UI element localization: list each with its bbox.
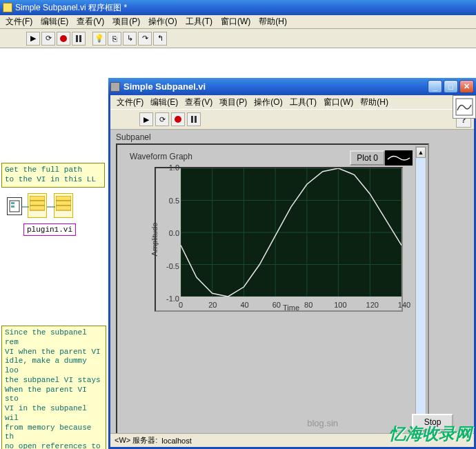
- inner-menu-operate[interactable]: 操作(O): [250, 95, 286, 110]
- fp-abort-button[interactable]: [171, 112, 185, 126]
- connector-pane-icon[interactable]: [453, 95, 476, 119]
- comment-subpanel-note: Since the subpanel rem VI when the paren…: [1, 326, 106, 449]
- inner-menu-edit[interactable]: 编辑(E): [147, 95, 181, 110]
- wire: [21, 199, 62, 215]
- inner-titlebar[interactable]: Simple Subpanel.vi _ □ ✕: [108, 78, 476, 95]
- minimize-button[interactable]: _: [428, 80, 442, 93]
- xtick: 100: [334, 301, 346, 309]
- step-into-button[interactable]: ↳: [123, 32, 137, 46]
- menu-operate[interactable]: 操作(O): [144, 14, 181, 29]
- menu-window[interactable]: 窗口(W): [217, 14, 255, 29]
- xtick: 0: [179, 301, 183, 309]
- window-buttons: _ □ ✕: [428, 80, 474, 93]
- inner-menu-window[interactable]: 窗口(W): [320, 95, 357, 110]
- pause-button[interactable]: [72, 32, 86, 46]
- ytick: -1.0: [157, 295, 179, 303]
- inner-menu-project[interactable]: 项目(P): [216, 95, 250, 110]
- inner-toolbar: ▶ ⟳ ?: [110, 109, 474, 130]
- scroll-up-icon[interactable]: ▲: [416, 147, 426, 158]
- inner-menu-help[interactable]: 帮助(H): [357, 95, 392, 110]
- run-cont-button[interactable]: ⟳: [41, 32, 55, 46]
- front-panel-content: Subpanel Waveform Graph Plot 0 Amplitude: [110, 130, 474, 447]
- step-over-button[interactable]: ↷: [138, 32, 152, 46]
- svg-rect-2: [11, 206, 14, 208]
- comment-get-path: Get the full path to the VI in this LL: [1, 163, 105, 188]
- subpanel-control[interactable]: Waveform Graph Plot 0 Amplitude Time -1.…: [116, 143, 429, 447]
- inner-menu-file[interactable]: 文件(F): [113, 95, 147, 110]
- outer-menubar: 文件(F) 编辑(E) 查看(V) 项目(P) 操作(O) 工具(T) 窗口(W…: [0, 15, 476, 29]
- waveform-graph[interactable]: Waveform Graph Plot 0 Amplitude Time -1.…: [130, 152, 413, 338]
- xtick: 80: [304, 301, 313, 309]
- fp-pause-button[interactable]: [187, 112, 201, 126]
- xtick: 140: [398, 301, 410, 309]
- plot-legend[interactable]: Plot 0: [350, 150, 413, 166]
- status-prefix: <W> 服务器:: [115, 435, 157, 446]
- inner-menu-tools[interactable]: 工具(T): [286, 95, 320, 110]
- labview-icon: [3, 3, 12, 12]
- ytick: 0.0: [157, 229, 179, 237]
- legend-sample-icon: [385, 150, 413, 166]
- status-server: localhost: [161, 437, 191, 445]
- fp-run-cont-button[interactable]: ⟳: [155, 112, 169, 126]
- subpanel-label: Subpanel: [116, 132, 151, 142]
- ytick: 0.5: [157, 197, 179, 205]
- legend-label: Plot 0: [350, 150, 385, 166]
- outer-title: Simple Subpanel.vi 程序框图 *: [15, 2, 127, 14]
- plot-container: Amplitude Time -1.0-0.50.00.51.002040608…: [155, 167, 403, 312]
- labview-fp-icon: [110, 82, 120, 92]
- outer-titlebar: Simple Subpanel.vi 程序框图 *: [0, 0, 476, 15]
- menu-view[interactable]: 查看(V): [72, 14, 108, 29]
- menu-tools[interactable]: 工具(T): [181, 14, 217, 29]
- vscroll-track[interactable]: [416, 158, 426, 420]
- fp-run-button[interactable]: ▶: [139, 112, 153, 126]
- watermark-url: blog.sin: [307, 418, 338, 428]
- inner-menu-view[interactable]: 查看(V): [181, 95, 216, 110]
- plot-svg: [181, 168, 401, 297]
- plugin-label: plugin1.vi: [23, 223, 76, 236]
- maximize-button[interactable]: □: [444, 80, 458, 93]
- ytick: 1.0: [157, 163, 179, 172]
- x-axis-label: Time: [283, 303, 299, 312]
- y-axis-label: Amplitude: [150, 223, 159, 257]
- step-out-button[interactable]: ↰: [153, 32, 167, 46]
- menu-file[interactable]: 文件(F): [1, 14, 37, 29]
- ytick: -0.5: [157, 262, 179, 270]
- close-button[interactable]: ✕: [459, 80, 474, 93]
- menu-edit[interactable]: 编辑(E): [37, 14, 72, 29]
- plot-area: [181, 168, 401, 297]
- menu-project[interactable]: 项目(P): [108, 14, 144, 29]
- inner-title: Simple Subpanel.vi: [123, 81, 428, 92]
- menu-help[interactable]: 帮助(H): [255, 14, 291, 29]
- svg-rect-1: [11, 202, 14, 204]
- xtick: 60: [272, 301, 281, 309]
- subpanel-vscrollbar[interactable]: ▲ ▼: [415, 146, 426, 432]
- retain-button[interactable]: ⎘: [108, 32, 121, 46]
- xtick: 120: [366, 301, 379, 309]
- watermark-logo: 忆海收录网: [389, 423, 472, 445]
- outer-toolbar: ▶ ⟳ 💡 ⎘ ↳ ↷ ↰: [0, 29, 476, 48]
- inner-menubar: 文件(F) 编辑(E) 查看(V) 项目(P) 操作(O) 工具(T) 窗口(W…: [110, 95, 474, 109]
- run-button[interactable]: ▶: [26, 32, 40, 46]
- highlight-button[interactable]: 💡: [92, 32, 106, 46]
- bd-node-vi-server[interactable]: [7, 197, 22, 215]
- xtick: 20: [208, 301, 217, 309]
- xtick: 40: [240, 301, 248, 309]
- inner-window: Simple Subpanel.vi _ □ ✕ 文件(F) 编辑(E) 查看(…: [108, 78, 476, 449]
- abort-button[interactable]: [57, 32, 70, 46]
